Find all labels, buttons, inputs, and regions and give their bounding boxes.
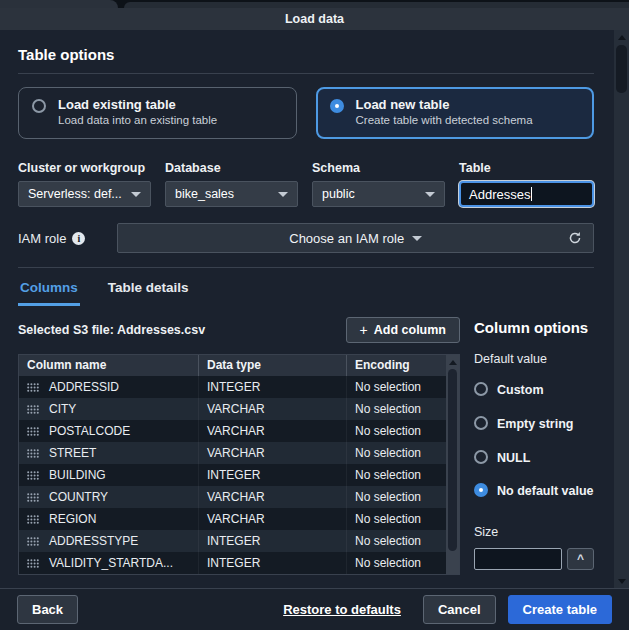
drag-handle-icon[interactable] (27, 471, 39, 480)
columns-table: Column name Data type Encoding (18, 354, 460, 575)
scroll-up-arrow-icon[interactable] (614, 30, 629, 44)
scroll-down-arrow-icon[interactable] (614, 574, 629, 588)
modal-title: Load data (285, 12, 344, 26)
tab-table-details[interactable]: Table details (106, 271, 191, 306)
database-select[interactable]: bike_sales (165, 181, 298, 207)
header-column-name[interactable]: Column name (19, 355, 199, 376)
default-value-option[interactable]: No default value (474, 482, 594, 501)
data-type-cell[interactable]: INTEGER (207, 380, 260, 394)
cluster-value: Serverless: def... (28, 187, 122, 201)
column-name-cell: REGION (49, 512, 96, 526)
modal-scrollbar-thumb[interactable] (616, 45, 627, 93)
iam-role-select[interactable]: Choose an IAM role (117, 223, 594, 253)
modal-scrollbar[interactable] (614, 30, 629, 588)
encoding-cell[interactable]: No selection (355, 446, 421, 460)
drag-handle-icon[interactable] (27, 559, 39, 568)
refresh-button[interactable] (563, 227, 587, 249)
cluster-select[interactable]: Serverless: def... (18, 181, 151, 207)
modal-title-bar: Load data (0, 8, 629, 30)
load-new-table-card[interactable]: Load new table Create table with detecte… (316, 87, 595, 139)
column-options-heading: Column options (474, 319, 594, 336)
data-type-cell[interactable]: VARCHAR (207, 512, 265, 526)
header-encoding[interactable]: Encoding (347, 355, 446, 376)
encoding-cell[interactable]: No selection (355, 424, 421, 438)
s3-file-row: Selected S3 file: Addresses.csv + Add co… (18, 316, 460, 344)
load-existing-radio[interactable] (32, 99, 46, 113)
table-label: Table (459, 161, 594, 175)
load-existing-table-card[interactable]: Load existing table Load data into an ex… (18, 87, 297, 139)
schema-select[interactable]: public (312, 181, 445, 207)
table-row[interactable]: POSTALCODE VARCHAR No selection (19, 420, 446, 442)
schema-value: public (322, 187, 355, 201)
radio-icon[interactable] (474, 382, 488, 396)
back-button[interactable]: Back (17, 595, 78, 624)
encoding-cell[interactable]: No selection (355, 380, 421, 394)
add-column-button[interactable]: + Add column (346, 317, 460, 343)
tab-columns[interactable]: Columns (18, 271, 80, 306)
column-name-cell: VALIDITY_STARTDA... (49, 556, 173, 570)
encoding-cell[interactable]: No selection (355, 556, 421, 570)
encoding-cell[interactable]: No selection (355, 468, 421, 482)
column-name-cell: STREET (49, 446, 96, 460)
size-input[interactable] (474, 548, 562, 570)
column-options-panel: Column options Default value Custom Empt… (474, 316, 594, 575)
encoding-cell[interactable]: No selection (355, 534, 421, 548)
drag-handle-icon[interactable] (27, 405, 39, 414)
table-row[interactable]: COUNTRY VARCHAR No selection (19, 486, 446, 508)
scroll-up-arrow-icon[interactable] (446, 357, 459, 367)
modal-footer: Back Restore to defaults Cancel Create t… (0, 588, 629, 630)
table-scrollbar[interactable] (446, 355, 459, 574)
cluster-label: Cluster or workgroup (18, 161, 151, 175)
radio-icon[interactable] (474, 450, 488, 464)
data-type-cell[interactable]: INTEGER (207, 556, 260, 570)
background-tab (0, 0, 118, 8)
size-stepper-up[interactable]: ^ (567, 548, 594, 570)
default-value-option[interactable]: Custom (474, 381, 594, 400)
add-column-label: Add column (374, 323, 446, 337)
chevron-down-icon (131, 192, 141, 197)
data-type-cell[interactable]: VARCHAR (207, 402, 265, 416)
text-cursor (531, 187, 532, 201)
drag-handle-icon[interactable] (27, 427, 39, 436)
table-name-input[interactable]: Addresses (459, 181, 594, 207)
table-row[interactable]: ADDRESSTYPE INTEGER No selection (19, 530, 446, 552)
data-type-cell[interactable]: VARCHAR (207, 490, 265, 504)
table-scrollbar-thumb[interactable] (448, 369, 457, 551)
table-row[interactable]: BUILDING INTEGER No selection (19, 464, 446, 486)
encoding-cell[interactable]: No selection (355, 402, 421, 416)
encoding-cell[interactable]: No selection (355, 512, 421, 526)
drag-handle-icon[interactable] (27, 515, 39, 524)
data-type-cell[interactable]: INTEGER (207, 534, 260, 548)
header-data-type[interactable]: Data type (199, 355, 347, 376)
drag-handle-icon[interactable] (27, 383, 39, 392)
data-type-cell[interactable]: VARCHAR (207, 424, 265, 438)
create-table-button[interactable]: Create table (508, 595, 612, 624)
data-type-cell[interactable]: VARCHAR (207, 446, 265, 460)
table-row[interactable]: STREET VARCHAR No selection (19, 442, 446, 464)
columns-left-pane: Selected S3 file: Addresses.csv + Add co… (18, 316, 460, 575)
refresh-icon (568, 231, 582, 245)
schema-label: Schema (312, 161, 445, 175)
info-icon[interactable]: i (72, 232, 85, 245)
load-new-radio[interactable] (330, 99, 344, 113)
table-row[interactable]: VALIDITY_STARTDA... INTEGER No selection (19, 552, 446, 574)
column-name-cell: ADDRESSTYPE (49, 534, 138, 548)
default-value-option[interactable]: NULL (474, 449, 594, 468)
drag-handle-icon[interactable] (27, 537, 39, 546)
table-row[interactable]: REGION VARCHAR No selection (19, 508, 446, 530)
table-row[interactable]: ADDRESSID INTEGER No selection (19, 376, 446, 398)
s3-file-label: Selected S3 file: Addresses.csv (18, 323, 205, 337)
table-row[interactable]: CITY VARCHAR No selection (19, 398, 446, 420)
restore-to-defaults-link[interactable]: Restore to defaults (283, 602, 401, 617)
data-type-cell[interactable]: INTEGER (207, 468, 260, 482)
default-value-option[interactable]: Empty string (474, 415, 594, 434)
radio-icon[interactable] (474, 416, 488, 430)
column-table-body: ADDRESSID INTEGER No selection CITY VARC… (19, 376, 446, 574)
encoding-cell[interactable]: No selection (355, 490, 421, 504)
drag-handle-icon[interactable] (27, 449, 39, 458)
database-value: bike_sales (175, 187, 234, 201)
cancel-button[interactable]: Cancel (423, 595, 496, 624)
card-description: Create table with detected schema (356, 114, 533, 126)
drag-handle-icon[interactable] (27, 493, 39, 502)
radio-icon[interactable] (474, 483, 488, 497)
